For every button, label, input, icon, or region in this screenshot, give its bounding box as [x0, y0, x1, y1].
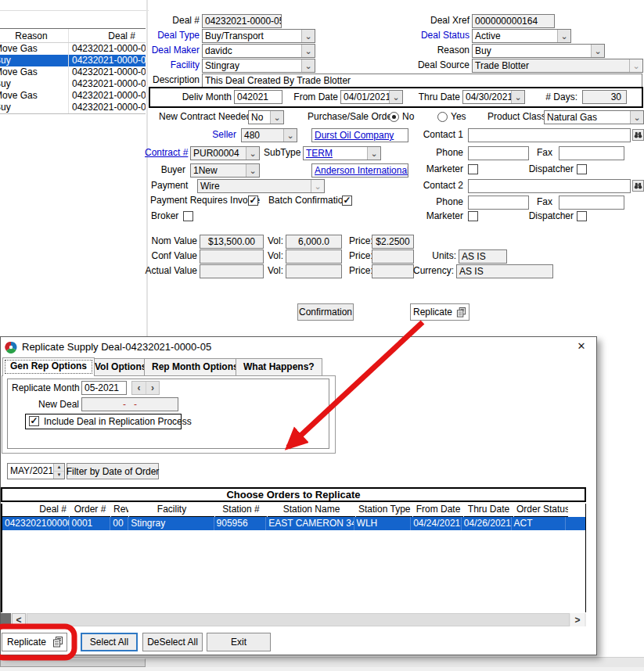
deal-status-combo[interactable]: Active ⌄ — [472, 29, 571, 43]
include-deal-checkbox[interactable]: ✓ — [29, 416, 39, 426]
chevron-down-icon[interactable]: ⌄ — [301, 30, 315, 42]
orders-grid[interactable]: Deal # Order # Rev Facility Station # St… — [1, 504, 586, 612]
seller-name-field[interactable]: Durst Oil Company — [311, 128, 408, 142]
select-all-button[interactable]: Select All — [81, 633, 138, 651]
chevron-down-icon[interactable]: ⌄ — [389, 91, 402, 103]
col-header[interactable]: Order Status — [514, 504, 568, 517]
contract-number-label[interactable]: Contract # — [145, 146, 188, 160]
spinner-down-icon[interactable]: ▼ — [54, 471, 64, 479]
contact2-fax-field[interactable] — [559, 196, 624, 210]
col-header[interactable]: Thru Date — [464, 504, 513, 517]
contact1-fax-field[interactable] — [559, 146, 624, 160]
list-item[interactable]: Move Gas 04232021-0000-02 — [0, 90, 146, 102]
chevron-down-icon[interactable]: ⌄ — [557, 30, 570, 42]
broker-checkbox[interactable] — [183, 211, 193, 221]
tab-what-happens[interactable]: What Happens? — [236, 358, 322, 375]
chevron-down-icon[interactable]: ⌄ — [283, 129, 297, 142]
facility-label: Facility — [98, 59, 200, 72]
replicate-button[interactable]: Replicate — [410, 303, 470, 321]
col-header[interactable]: Station # — [215, 504, 267, 517]
list-item[interactable]: Buy 04232021-0000-01 — [0, 102, 146, 113]
dialog-replicate-button[interactable]: Replicate — [2, 633, 67, 651]
deal-number-field[interactable]: 04232021-0000-05 — [202, 14, 282, 28]
col-header[interactable]: From Date — [413, 504, 463, 517]
scrollbar-corner[interactable] — [1, 613, 11, 626]
dialog-titlebar[interactable]: Replicate Supply Deal-04232021-0000-05 ✕ — [1, 337, 596, 357]
order-row-selected[interactable]: 04232021000005 0001 00 Stingray 905956 E… — [2, 517, 585, 530]
purchase-sale-yes-radio[interactable] — [437, 112, 448, 122]
contact1-dispatcher-checkbox[interactable] — [577, 164, 587, 174]
from-date-combo[interactable]: 04/01/2021 ⌄ — [340, 90, 403, 104]
deal-type-combo[interactable]: Buy/Transport ⌄ — [202, 29, 315, 43]
col-header[interactable]: Station Type — [356, 504, 412, 517]
subtype-combo[interactable]: TERM ⌄ — [303, 146, 381, 160]
buyer-name-link[interactable]: Anderson International — [315, 165, 408, 176]
contact2-marketer-checkbox[interactable] — [468, 211, 478, 221]
month-filter-spinner[interactable]: MAY/2021 ▲ ▼ — [7, 463, 65, 479]
contact1-field[interactable] — [468, 128, 631, 142]
contact1-phone-field[interactable] — [468, 146, 529, 160]
col-header[interactable]: Order # — [70, 504, 110, 517]
scroll-right-icon[interactable]: > — [570, 613, 585, 626]
reason-combo[interactable]: Buy ⌄ — [472, 44, 605, 58]
chevron-down-icon[interactable]: ⌄ — [511, 91, 524, 103]
filter-by-date-button[interactable]: Filter by Date of Order — [67, 463, 159, 479]
replicate-month-field[interactable]: 05-2021 — [81, 381, 127, 395]
deal-list-header-reason[interactable]: Reason — [0, 29, 69, 42]
col-header[interactable]: Station Name — [268, 504, 355, 517]
contact2-dispatcher-checkbox[interactable] — [577, 211, 587, 221]
col-header[interactable]: Deal # — [2, 504, 69, 517]
deal-xref-field[interactable]: 000000000164 — [472, 14, 555, 28]
spinner-up-icon[interactable]: ▲ — [54, 464, 64, 471]
units-label: Units: — [407, 249, 456, 263]
chevron-down-icon[interactable]: ⌄ — [367, 147, 380, 160]
confirmation-button[interactable]: Confirmation — [297, 303, 354, 321]
contact1-lookup-button[interactable] — [632, 129, 644, 141]
dialog-tabs: Gen Rep Options Vol Options Rep Month Op… — [1, 358, 596, 376]
seller-code-combo[interactable]: 480 ⌄ — [241, 128, 297, 142]
contact2-phone-field[interactable] — [468, 196, 529, 210]
thru-date-combo[interactable]: 04/30/2021 ⌄ — [462, 90, 525, 104]
chevron-down-icon[interactable]: ⌄ — [591, 45, 604, 57]
tab-rep-month-options[interactable]: Rep Month Options — [144, 358, 246, 375]
chevron-down-icon[interactable]: ⌄ — [301, 45, 315, 57]
deal-source-combo[interactable]: Trade Blotter ⌄ — [472, 59, 643, 73]
col-header[interactable]: Facility — [129, 504, 214, 517]
tab-gen-rep-options[interactable]: Gen Rep Options — [2, 357, 95, 376]
batch-confirmation-checkbox[interactable]: ✓ — [342, 196, 352, 206]
description-field[interactable]: This Deal Created By Trade Blotter — [202, 74, 642, 88]
payment-requires-invoice-checkbox[interactable]: ✓ — [248, 196, 258, 206]
buyer-code-combo[interactable]: 1New ⌄ — [190, 163, 260, 178]
chevron-down-icon[interactable]: ⌄ — [301, 59, 315, 72]
chevron-down-icon[interactable]: ⌄ — [630, 111, 643, 124]
chevron-down-icon: ⌄ — [629, 59, 642, 72]
purchase-sale-no-radio[interactable] — [389, 112, 399, 122]
contact1-marketer-checkbox[interactable] — [468, 164, 478, 174]
col-header[interactable]: Rev — [111, 504, 128, 517]
exit-button[interactable]: Exit — [207, 633, 271, 651]
chevron-down-icon[interactable]: ⌄ — [270, 111, 283, 124]
scroll-left-icon[interactable]: < — [12, 613, 26, 626]
chevron-right-icon[interactable]: › — [146, 382, 159, 394]
orders-hscrollbar[interactable]: < > — [1, 613, 586, 626]
payment-combo[interactable]: Wire ⌄ — [197, 179, 325, 193]
conf-vol-label: Vol: — [268, 249, 283, 263]
chevron-left-icon[interactable]: ‹ — [132, 382, 146, 394]
deselect-all-button[interactable]: DeSelect All — [142, 633, 203, 651]
chevron-down-icon[interactable]: ⌄ — [246, 147, 259, 160]
close-icon[interactable]: ✕ — [573, 340, 590, 354]
deliv-month-field[interactable]: 042021 — [234, 90, 282, 104]
contact2-lookup-button[interactable] — [632, 180, 644, 192]
deal-maker-combo[interactable]: davidc ⌄ — [202, 44, 315, 58]
seller-name-link[interactable]: Durst Oil Company — [315, 130, 394, 141]
contract-number-combo[interactable]: PUR00004 ⌄ — [190, 146, 260, 160]
new-contract-combo[interactable]: No ⌄ — [248, 110, 284, 124]
contact2-field[interactable] — [468, 179, 631, 193]
parent-scroll-thumb[interactable] — [0, 658, 146, 667]
parent-hscrollbar[interactable] — [0, 657, 644, 667]
facility-combo[interactable]: Stingray ⌄ — [202, 59, 315, 73]
chevron-down-icon[interactable]: ⌄ — [246, 164, 259, 177]
buyer-name-field[interactable]: Anderson International — [311, 163, 408, 178]
scrollbar-track[interactable] — [27, 613, 570, 626]
product-class-combo[interactable]: Natural Gas ⌄ — [544, 110, 644, 124]
